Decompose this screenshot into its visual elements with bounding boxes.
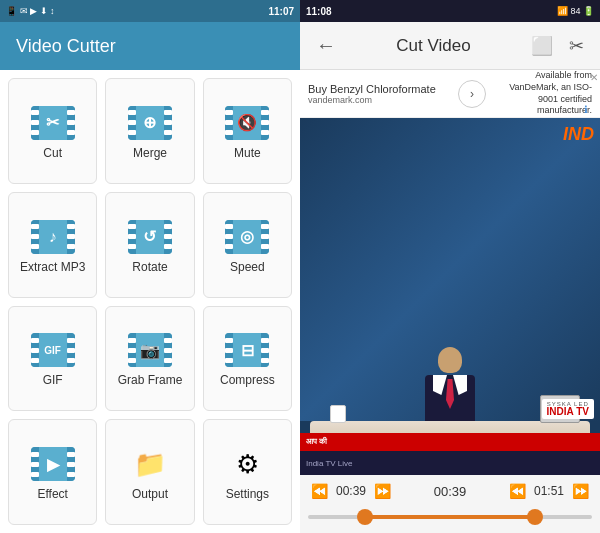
merge-label: Merge <box>133 146 167 160</box>
notification-icons: 📱 ✉ ▶ ⬇ ↕ <box>6 6 55 16</box>
tool-effect[interactable]: ▶ Effect <box>8 419 97 525</box>
effect-symbol: ▶ <box>47 455 59 474</box>
forward-start-button[interactable]: ⏩ <box>371 481 394 501</box>
tool-compress[interactable]: ⊟ Compress <box>203 306 292 412</box>
tool-grab-frame[interactable]: 📷 Grab Frame <box>105 306 194 412</box>
timeline-slider[interactable] <box>308 507 592 527</box>
app-title: Video Cutter <box>16 36 116 57</box>
tool-speed[interactable]: ◎ Speed <box>203 192 292 298</box>
anchor-suit <box>425 375 475 425</box>
speed-icon-container: ◎ <box>225 220 269 254</box>
back-button[interactable]: ← <box>312 30 340 61</box>
tool-merge[interactable]: ⊕ Merge <box>105 78 194 184</box>
ad-banner: Buy Benzyl Chloroformate vandemark.com ›… <box>300 70 600 118</box>
left-panel: Video Cutter ✂ Cut <box>0 22 300 533</box>
slider-thumb-start[interactable] <box>357 509 373 525</box>
ad-text: Buy Benzyl Chloroformate vandemark.com <box>308 83 452 105</box>
merge-icon-container: ⊕ <box>128 106 172 140</box>
speed-label: Speed <box>230 260 265 274</box>
gif-label: GIF <box>43 373 63 387</box>
cut-video-title: Cut Video <box>348 36 519 56</box>
time-right: 11:08 <box>306 6 332 17</box>
tool-gif[interactable]: GIF GIF <box>8 306 97 412</box>
output-symbol: 📁 <box>134 449 166 480</box>
cut-symbol: ✂ <box>46 113 59 132</box>
slider-thumb-end[interactable] <box>527 509 543 525</box>
bottom-bar: India TV Live <box>300 451 600 475</box>
status-bars: 📱 ✉ ▶ ⬇ ↕ 11:07 11:08 📶 84 🔋 <box>0 0 600 22</box>
main-content: Video Cutter ✂ Cut <box>0 22 600 533</box>
settings-icon-container: ⚙ <box>225 447 269 481</box>
cut-label: Cut <box>43 146 62 160</box>
start-time-group: ⏪ 00:39 ⏩ <box>308 481 394 501</box>
rotate-icon-container: ↺ <box>128 220 172 254</box>
video-area: IND SYSKA LED <box>300 118 600 475</box>
compress-icon-container: ⊟ <box>225 333 269 367</box>
signal-icons: 📶 84 🔋 <box>557 6 594 16</box>
gif-symbol: GIF <box>44 345 61 356</box>
speed-symbol: ◎ <box>240 227 254 246</box>
end-time-group: ⏪ 01:51 ⏩ <box>506 481 592 501</box>
compress-symbol: ⊟ <box>241 341 254 360</box>
ad-info-icon[interactable]: ℹ <box>584 104 588 115</box>
channel-bug: IND <box>563 124 594 145</box>
tool-grid: ✂ Cut ⊕ Merge <box>0 70 300 533</box>
extract-mp3-symbol: ♪ <box>49 228 57 246</box>
anchor-tie <box>446 379 454 409</box>
save-button[interactable]: ⬜ <box>527 31 557 61</box>
ad-title: Buy Benzyl Chloroformate <box>308 83 452 95</box>
effect-icon-container: ▶ <box>31 447 75 481</box>
mute-label: Mute <box>234 146 261 160</box>
collar-right <box>453 375 467 395</box>
rewind-end-button[interactable]: ⏪ <box>506 481 529 501</box>
tool-output[interactable]: 📁 Output <box>105 419 194 525</box>
ad-close-button[interactable]: ✕ <box>590 72 598 83</box>
cut-icon-container: ✂ <box>31 106 75 140</box>
mug <box>330 405 346 423</box>
grab-frame-label: Grab Frame <box>118 373 183 387</box>
tool-rotate[interactable]: ↺ Rotate <box>105 192 194 298</box>
status-bar-left: 📱 ✉ ▶ ⬇ ↕ 11:07 <box>0 0 300 22</box>
slider-fill <box>365 515 535 519</box>
right-header: ← Cut Video ⬜ ✂ <box>300 22 600 70</box>
mute-symbol: 🔇 <box>237 113 257 132</box>
collar-left <box>433 375 447 395</box>
indiatv-logo: SYSKA LED INDIA TV <box>542 399 594 419</box>
tool-settings[interactable]: ⚙ Settings <box>203 419 292 525</box>
mute-icon-container: 🔇 <box>225 106 269 140</box>
ticker-bar: आप की <box>300 433 600 451</box>
bottom-text: India TV Live <box>306 459 353 468</box>
rewind-start-button[interactable]: ⏪ <box>308 481 331 501</box>
grab-frame-symbol: 📷 <box>140 341 160 360</box>
output-label: Output <box>132 487 168 501</box>
ticker-text: आप की <box>306 437 327 447</box>
start-time: 00:39 <box>333 484 369 498</box>
extract-mp3-icon-container: ♪ <box>31 220 75 254</box>
ad-subtitle: vandemark.com <box>308 95 452 105</box>
gif-icon-container: GIF <box>31 333 75 367</box>
slider-track <box>308 515 592 519</box>
tool-mute[interactable]: 🔇 Mute <box>203 78 292 184</box>
ad-right-text: Available from VanDeMark, an ISO-9001 ce… <box>492 70 592 117</box>
rotate-symbol: ↺ <box>143 227 156 246</box>
indiatv-brand: INDIA TV <box>547 407 589 417</box>
news-scene: IND SYSKA LED <box>300 118 600 475</box>
anchor-head <box>438 347 462 373</box>
effect-label: Effect <box>37 487 67 501</box>
cut-button[interactable]: ✂ <box>565 31 588 61</box>
forward-end-button[interactable]: ⏩ <box>569 481 592 501</box>
time-controls: ⏪ 00:39 ⏩ 00:39 ⏪ 01:51 ⏩ <box>308 481 592 501</box>
settings-symbol: ⚙ <box>236 449 259 480</box>
left-header: Video Cutter <box>0 22 300 70</box>
settings-label: Settings <box>226 487 269 501</box>
ad-arrow-button[interactable]: › <box>458 80 486 108</box>
merge-symbol: ⊕ <box>143 113 156 132</box>
controls-bar: ⏪ 00:39 ⏩ 00:39 ⏪ 01:51 ⏩ <box>300 475 600 533</box>
output-icon-container: 📁 <box>128 447 172 481</box>
tool-extract-mp3[interactable]: ♪ Extract MP3 <box>8 192 97 298</box>
time-left: 11:07 <box>268 6 294 17</box>
end-time: 01:51 <box>531 484 567 498</box>
center-time: 00:39 <box>434 484 467 499</box>
anchor-figure <box>425 347 475 425</box>
tool-cut[interactable]: ✂ Cut <box>8 78 97 184</box>
